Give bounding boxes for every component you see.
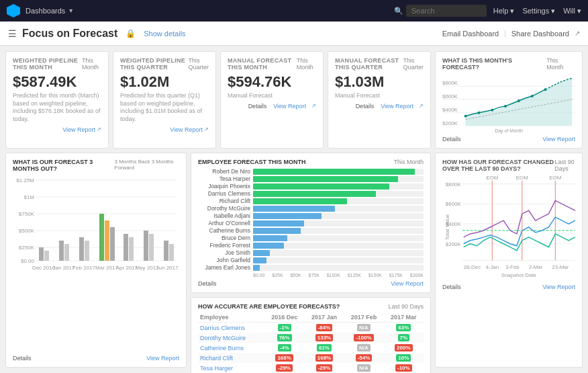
acc-employee-name[interactable]: Darrius Clemens [198,323,264,333]
acc-cell: -54% [344,353,383,363]
acc-cell: -10% [384,363,424,373]
emp-x-labels: $0.00$25K$50K$75K$100K$125K$150K$175K$20… [253,273,424,278]
svg-rect-35 [105,220,109,261]
share-icon: ↗ [575,30,580,37]
kpi3-details[interactable]: Details [248,103,267,110]
employee-bar-fill [253,183,389,190]
nav-links: Help ▾ Settings ▾ Will ▾ [493,7,581,15]
employee-bar-fill [253,213,322,219]
kpi-row: WEIGHTED PIPELINE THIS MONTH This Month … [5,51,583,149]
kpi4-period: This Quarter [403,57,424,71]
line90-details[interactable]: Details [442,284,461,290]
acc-cell: -29% [264,363,305,373]
bar3mo-view-report[interactable]: View Report [146,355,179,362]
svg-rect-29 [44,251,49,261]
kpi3-desc: Manual Forecast [228,92,316,100]
kpi3-value: $594.76K [228,73,316,91]
monthly-chart-view-report[interactable]: View Report [542,136,575,142]
employee-bar-fill [253,220,304,226]
show-details-link[interactable]: Show details [144,30,185,38]
menu-icon[interactable]: ☰ [8,28,17,39]
monthly-chart-label: WHAT IS THIS MONTH'S FORECAST? [442,57,546,71]
acc-cell: 61% [305,343,344,353]
acc-employee-name[interactable]: Richard Clift [198,353,264,363]
svg-text:$200K: $200K [446,241,462,247]
acc-cell: 76% [264,333,305,343]
kpi4-desc: Manual Forecast [335,92,424,100]
settings-link[interactable]: Settings ▾ [522,7,555,15]
kpi2-external-icon: ↗ [204,126,209,133]
acc-employee-name[interactable]: Tesa Harger [198,363,264,373]
email-dashboard-button[interactable]: Email Dashboard [442,30,499,38]
accuracy-table-body: Darrius Clemens-1%-84%N/A63%Dorothy McGu… [198,323,424,374]
line90-period: Last 90 Days [554,159,575,172]
kpi4-view-report[interactable]: View Report [381,103,413,110]
nav-dashboards[interactable]: Dashboards [26,7,65,15]
svg-text:EOM: EOM [486,175,498,181]
emp-view-report[interactable]: View Report [391,280,424,287]
help-link[interactable]: Help ▾ [493,7,515,15]
acc-period: Last 90 Days [388,303,424,310]
search-input[interactable] [406,5,487,17]
acc-col-feb: 2017 Feb [344,313,383,323]
employee-name: Tesa Harper [198,175,253,182]
share-dashboard-button[interactable]: Share Dashboard [511,30,569,38]
employee-name: Joaquin Phoenix [198,183,253,190]
kpi1-view-report[interactable]: View Report [62,126,95,133]
svg-text:$800K: $800K [442,80,458,86]
svg-marker-7 [466,78,572,126]
toolbar: ☰ Focus on Forecast 🔒 Show details Email… [0,22,588,46]
svg-text:$800K: $800K [446,181,462,188]
acc-cell: 10% [384,353,424,363]
accuracy-panel: HOW ACCURATE ARE EMPLOYEE FORECASTS? Las… [191,297,431,373]
emp-details[interactable]: Details [198,280,217,287]
bar3mo-details[interactable]: Details [13,355,32,362]
accuracy-table: Employee 2016 Dec 2017 Jan 2017 Feb 2017… [198,313,424,373]
bar3mo-title: WHAT IS OUR FORECAST 3 MONTHS OUT? [13,159,115,172]
main-content: WEIGHTED PIPELINE THIS MONTH This Month … [0,46,588,373]
svg-rect-31 [64,244,69,261]
employee-name: Dorothy McGuire [198,205,253,212]
kpi2-desc: Predicted for this quarter (Q1) based on… [120,92,209,124]
svg-text:Dec 2016: Dec 2016 [32,265,56,271]
svg-text:23-Mar: 23-Mar [552,264,569,270]
monthly-chart-period: This Month [546,57,575,71]
kpi2-view-report[interactable]: View Report [170,126,203,133]
svg-text:$250K: $250K [19,245,35,251]
kpi4-label: MANUAL FORECAST THIS QUARTER [335,57,403,71]
employee-name: Frederic Forrest [198,242,253,249]
employee-bar-row: James Earl Jones [198,264,424,271]
svg-text:Jun 2017: Jun 2017 [156,265,179,271]
employee-bar-fill [253,243,284,249]
employee-name: Arthur O'Connell [198,220,253,226]
acc-employee-name[interactable]: Dorothy McGuire [198,333,264,343]
svg-rect-33 [85,241,89,261]
acc-title: HOW ACCURATE ARE EMPLOYEE FORECASTS? [198,303,340,310]
employee-bar-row: Tesa Harper [198,175,424,182]
svg-text:$400K: $400K [442,107,458,113]
acc-cell: -1% [264,323,305,333]
employee-forecast-panel: EMPLOYEE FORECAST THIS MONTH This Month … [191,153,431,293]
kpi4-details[interactable]: Details [356,103,375,110]
accuracy-row: Dorothy McGuire76%133%-100%7% [198,333,424,343]
monthly-chart-details[interactable]: Details [442,136,461,142]
kpi-manual-forecast-month: MANUAL FORECAST THIS MONTH This Month $5… [220,51,324,149]
top-nav: Dashboards ▼ 🔍 Help ▾ Settings ▾ Will ▾ [0,0,588,22]
line90-view-report[interactable]: View Report [542,284,575,290]
accuracy-row: Darrius Clemens-1%-84%N/A63% [198,323,424,333]
employee-bar-row: Catherine Burns [198,227,424,234]
acc-employee-name[interactable]: Catherine Burns [198,343,264,353]
svg-point-11 [491,109,493,112]
line90-svg: $800K $600K $400K $200K EOM EOM EOM [442,173,575,281]
user-link[interactable]: Will ▾ [563,7,581,15]
nav-chevron: ▼ [68,7,74,14]
kpi3-view-report[interactable]: View Report [273,103,306,110]
employee-bar-row: Frederic Forrest [198,242,424,249]
line90-title: HOW HAS OUR FORECAST CHANGED OVER THE LA… [442,159,554,172]
kpi1-period: This Month [82,57,101,71]
svg-text:EOM: EOM [516,175,528,181]
bar3mo-svg: $1.25M $1M $750K $500K $250K $0.00 [13,173,179,274]
acc-cell: 200% [384,343,424,353]
employee-bar-fill [253,235,287,241]
svg-text:Mar 2017: Mar 2017 [95,265,118,271]
